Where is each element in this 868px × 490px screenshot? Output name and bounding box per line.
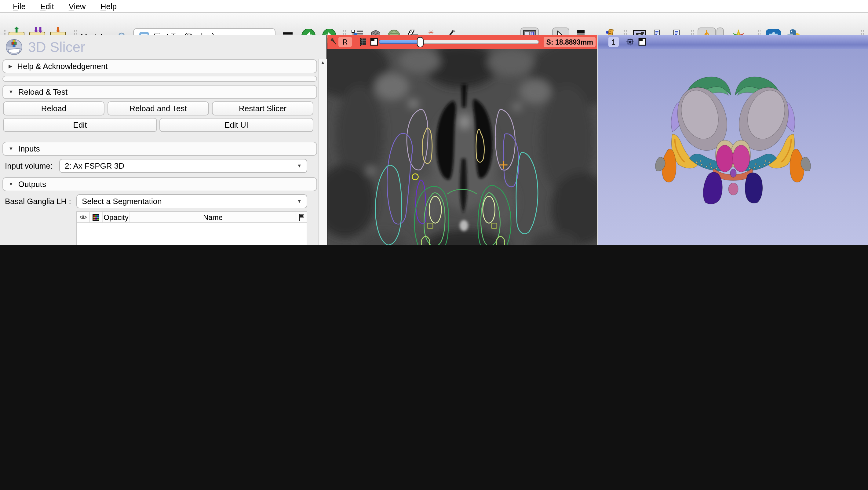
name-column-header[interactable]: Name xyxy=(130,212,296,222)
threed-viewport[interactable] xyxy=(598,49,868,245)
scroll-up-icon[interactable]: ▲ xyxy=(319,60,327,65)
center-view-icon[interactable] xyxy=(626,38,634,46)
red-slice-controller-bar: R S: 18.8893mm xyxy=(328,35,597,49)
pin-icon[interactable] xyxy=(330,38,337,46)
menu-bar: File Edit View Help xyxy=(0,0,868,13)
opacity-column-header[interactable]: Opacity xyxy=(103,212,130,222)
basal-ganglia-lh-selector[interactable]: Select a Segmentation ▼ xyxy=(76,194,307,208)
up-arrow-icon: ⬆ xyxy=(13,27,20,33)
menu-help[interactable]: Help xyxy=(94,2,124,11)
reload-button[interactable]: Reload xyxy=(3,101,104,116)
segmentation-table-lh[interactable]: Opacity Name xyxy=(76,211,307,245)
input-volume-label: Input volume: xyxy=(5,161,53,171)
expanded-arrow-icon: ▼ xyxy=(8,181,13,187)
viewer-layout-icon[interactable] xyxy=(638,38,646,46)
panel-scrollbar[interactable]: ▲ ▼ xyxy=(318,59,327,245)
red-slice-slider[interactable] xyxy=(379,37,539,47)
slider-handle[interactable] xyxy=(417,37,424,47)
menu-view[interactable]: View xyxy=(62,2,93,11)
edit-ui-button[interactable]: Edit UI xyxy=(159,118,313,132)
inputs-section[interactable]: ▼ Inputs xyxy=(2,142,317,156)
chevron-down-icon: ▼ xyxy=(297,163,302,169)
app-title: 3D Slicer xyxy=(28,39,85,56)
threed-model-image xyxy=(598,49,868,245)
expanded-arrow-icon: ▼ xyxy=(8,146,13,152)
reload-test-section[interactable]: ▼ Reload & Test xyxy=(2,85,317,99)
flag-icon[interactable] xyxy=(296,212,307,222)
collapsed-empty-bar[interactable] xyxy=(2,76,317,82)
slicer-logo xyxy=(5,37,23,56)
chevron-down-icon: ▼ xyxy=(297,198,302,204)
slicer-window: File Edit View Help ⬆ DATA ⬇⬇ DCM ⬇ SAVE… xyxy=(0,0,868,245)
axial-mri-image: F: mri.nii.gz xyxy=(328,49,597,245)
visibility-eye-icon[interactable] xyxy=(77,212,90,222)
threed-view-bar: 1 xyxy=(598,35,868,49)
restart-slicer-button[interactable]: Restart Slicer xyxy=(212,101,313,116)
module-panel: 3D Slicer ▶ Help & Acknowledgement ▼ Rel… xyxy=(0,35,327,245)
menu-file[interactable]: File xyxy=(6,2,32,11)
segmentation-table-header: Opacity Name xyxy=(77,212,307,223)
expanded-arrow-icon: ▼ xyxy=(8,89,13,95)
outputs-section[interactable]: ▼ Outputs xyxy=(2,177,317,191)
down-arrow-icon: ⬇ xyxy=(55,27,61,33)
slice-visibility-icon[interactable] xyxy=(359,38,367,46)
red-slice-offset: S: 18.8893mm xyxy=(544,37,595,47)
main-toolbar: ⬆ DATA ⬇⬇ DCM ⬇ SAVE Modules: First Try … xyxy=(0,13,868,35)
red-slice-letter[interactable]: R xyxy=(338,37,352,47)
menu-edit[interactable]: Edit xyxy=(34,2,61,11)
viewer-layout-icon[interactable] xyxy=(370,38,378,46)
down-arrows-icon: ⬇⬇ xyxy=(33,27,41,33)
edit-button[interactable]: Edit xyxy=(3,118,157,132)
help-acknowledgement-section[interactable]: ▶ Help & Acknowledgement xyxy=(2,59,317,73)
color-table-icon[interactable] xyxy=(90,212,103,222)
reload-and-test-button[interactable]: Reload and Test xyxy=(107,101,209,116)
input-volume-selector[interactable]: 2: Ax FSPGR 3D ▼ xyxy=(59,159,307,173)
red-slice-viewport[interactable]: F: mri.nii.gz xyxy=(328,49,597,245)
threed-view-number[interactable]: 1 xyxy=(609,37,619,47)
basal-ganglia-lh-label: Basal Ganglia LH : xyxy=(5,197,71,206)
collapsed-arrow-icon: ▶ xyxy=(8,64,12,69)
viewport-vertical-divider xyxy=(597,35,598,245)
